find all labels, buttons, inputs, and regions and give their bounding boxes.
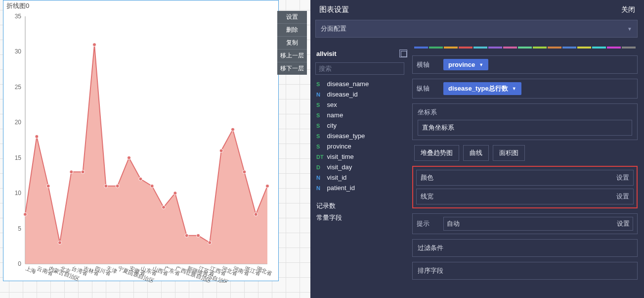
copy-icon[interactable]: [399, 50, 407, 57]
svg-point-28: [231, 128, 235, 131]
svg-text:上海: 上海: [25, 265, 37, 275]
chevron-down-icon: ▼: [512, 86, 516, 91]
chevron-down-icon: ▼: [627, 26, 632, 32]
color-set-button[interactable]: 设置: [616, 173, 629, 182]
linewidth-label: 线宽: [421, 192, 433, 201]
color-palette-strip[interactable]: [412, 47, 638, 50]
panel-title: 图表设置: [319, 5, 349, 14]
xaxis-pill[interactable]: province ▼: [443, 59, 488, 70]
svg-point-31: [266, 184, 269, 188]
right-column: 横轴 province ▼ 纵轴 disease_type总行数 ▼ 坐标系 直…: [412, 47, 638, 280]
highlighted-group: 颜色 设置 线宽 设置: [412, 166, 638, 208]
svg-point-29: [243, 170, 246, 174]
chart-container[interactable]: 折线图0 05101520253035上海云南省内蒙古自治区北京台湾省吉林省四川…: [3, 0, 279, 281]
svg-point-24: [185, 234, 188, 237]
color-label: 颜色: [421, 173, 433, 182]
field-search-box[interactable]: [315, 62, 404, 75]
svg-point-22: [162, 205, 166, 209]
field-item[interactable]: N disease_id: [315, 89, 408, 99]
svg-point-25: [197, 234, 200, 237]
field-item[interactable]: S city: [315, 120, 408, 131]
field-item[interactable]: N patient_id: [315, 183, 408, 193]
xaxis-value: province: [448, 61, 475, 68]
tooltip-value: 自动: [447, 219, 460, 228]
field-item[interactable]: DT visit_time: [315, 151, 408, 162]
chart-type-button[interactable]: 堆叠趋势图: [414, 145, 459, 161]
context-menu-item[interactable]: 移下一层: [277, 62, 307, 75]
chart-type-row: 堆叠趋势图曲线面积图: [412, 145, 638, 161]
svg-point-21: [150, 184, 154, 188]
sort-label: 排序字段: [418, 266, 632, 275]
yaxis-label: 纵轴: [417, 84, 438, 93]
tooltip-value-box[interactable]: 自动 设置: [443, 217, 633, 231]
svg-point-26: [208, 241, 212, 245]
yaxis-pill[interactable]: disease_type总行数 ▼: [443, 82, 521, 95]
coord-label: 坐标系: [418, 108, 632, 117]
panel-header: 图表设置 关闭: [310, 0, 644, 19]
datasource-header: allvisit: [315, 47, 408, 60]
svg-point-10: [24, 213, 27, 216]
canvas-area: 折线图0 05101520253035上海云南省内蒙古自治区北京台湾省吉林省四川…: [0, 0, 310, 298]
filter-block[interactable]: 过滤条件: [412, 239, 638, 257]
coord-block: 坐标系 直角坐标系: [412, 103, 638, 140]
field-list: S disease_nameN disease_idS sexS nameS c…: [315, 79, 408, 193]
svg-point-30: [254, 213, 258, 216]
context-menu-item[interactable]: 删除: [277, 24, 307, 37]
svg-point-19: [128, 156, 131, 159]
field-item[interactable]: N visit_id: [315, 172, 408, 183]
svg-point-27: [219, 149, 223, 152]
field-item[interactable]: S disease_name: [315, 79, 408, 89]
field-item[interactable]: D visit_day: [315, 162, 408, 172]
svg-text:5: 5: [18, 225, 21, 232]
close-button[interactable]: 关闭: [621, 5, 635, 14]
chart-type-button[interactable]: 曲线: [463, 145, 489, 161]
xaxis-row: 横轴 province ▼: [412, 55, 638, 74]
chart-type-button[interactable]: 面积图: [493, 145, 525, 161]
filter-label: 过滤条件: [418, 244, 632, 252]
settings-panel: 图表设置 关闭 分面配置 ▼ allvisit S disease_nameN …: [310, 0, 644, 298]
linewidth-row[interactable]: 线宽 设置: [416, 189, 634, 204]
sort-block[interactable]: 排序字段: [412, 262, 638, 280]
field-item[interactable]: S name: [315, 110, 408, 120]
svg-point-18: [116, 184, 119, 188]
context-menu-item[interactable]: 移上一层: [277, 50, 307, 62]
svg-point-16: [93, 43, 96, 47]
context-menu-item[interactable]: 复制: [277, 37, 307, 50]
svg-point-12: [46, 184, 50, 188]
svg-text:30: 30: [15, 48, 22, 55]
svg-point-13: [58, 241, 62, 245]
svg-text:35: 35: [15, 13, 22, 20]
svg-point-11: [35, 135, 39, 138]
field-item[interactable]: S disease_type: [315, 131, 408, 141]
meta-item[interactable]: 常量字段: [315, 212, 408, 224]
svg-point-15: [81, 170, 85, 174]
svg-text:10: 10: [15, 190, 22, 197]
svg-point-17: [104, 184, 108, 188]
yaxis-value: disease_type总行数: [448, 84, 508, 93]
coord-value[interactable]: 直角坐标系: [418, 120, 632, 136]
tooltip-label: 提示: [417, 219, 438, 228]
facet-config-row[interactable]: 分面配置 ▼: [315, 20, 638, 38]
field-item[interactable]: S sex: [315, 99, 408, 110]
svg-text:0: 0: [18, 260, 21, 267]
datasource-name: allvisit: [316, 50, 336, 57]
meta-list: 记录数常量字段: [315, 200, 408, 224]
svg-point-23: [173, 192, 177, 195]
linewidth-set-button[interactable]: 设置: [616, 192, 629, 201]
context-menu-item[interactable]: 设置: [277, 11, 307, 24]
search-input[interactable]: [319, 65, 401, 72]
facet-label: 分面配置: [321, 24, 346, 33]
field-item[interactable]: S province: [315, 141, 408, 151]
svg-text:25: 25: [15, 84, 22, 91]
left-column: 分面配置 ▼ allvisit S disease_nameN disease_…: [315, 20, 408, 224]
tooltip-set-button[interactable]: 设置: [617, 219, 630, 228]
line-chart: 05101520253035上海云南省内蒙古自治区北京台湾省吉林省四川省天津宁夏…: [3, 11, 278, 283]
chart-title: 折线图0: [3, 0, 278, 11]
xaxis-label: 横轴: [417, 60, 438, 69]
meta-item[interactable]: 记录数: [315, 200, 408, 212]
color-row[interactable]: 颜色 设置: [416, 170, 634, 186]
svg-point-14: [70, 170, 73, 174]
yaxis-row: 纵轴 disease_type总行数 ▼: [412, 79, 638, 99]
chevron-down-icon: ▼: [479, 62, 483, 67]
context-menu: 设置删除复制移上一层移下一层: [277, 11, 307, 75]
